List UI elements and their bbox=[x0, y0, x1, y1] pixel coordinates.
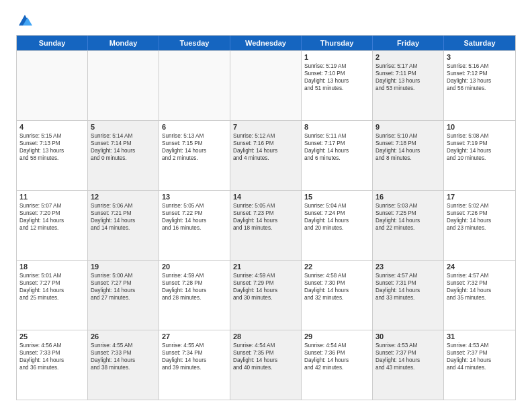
cal-row-0: 1Sunrise: 5:19 AMSunset: 7:10 PMDaylight… bbox=[17, 50, 515, 120]
cell-info-line: Daylight: 13 hours bbox=[447, 77, 513, 85]
cell-info-line: Sunset: 7:37 PM bbox=[375, 349, 441, 357]
day-cell-27: 27Sunrise: 4:55 AMSunset: 7:34 PMDayligh… bbox=[159, 330, 230, 400]
cell-info-line: and 12 minutes. bbox=[19, 224, 85, 232]
cell-info-line: and 56 minutes. bbox=[447, 85, 513, 92]
cell-info-line: and 35 minutes. bbox=[447, 294, 513, 302]
header-day-thursday: Thursday bbox=[302, 36, 373, 50]
cell-info-line: and 39 minutes. bbox=[162, 364, 227, 371]
cal-row-2: 11Sunrise: 5:07 AMSunset: 7:20 PMDayligh… bbox=[17, 190, 515, 260]
cell-info-line: Sunset: 7:34 PM bbox=[162, 349, 227, 357]
day-number: 6 bbox=[162, 123, 227, 131]
day-cell-14: 14Sunrise: 5:05 AMSunset: 7:23 PMDayligh… bbox=[230, 191, 302, 260]
cell-info-line: Sunrise: 4:54 AM bbox=[233, 342, 298, 349]
day-number: 15 bbox=[304, 193, 369, 201]
day-cell-23: 23Sunrise: 4:57 AMSunset: 7:31 PMDayligh… bbox=[373, 261, 444, 330]
cell-info-line: Sunrise: 5:06 AM bbox=[91, 202, 156, 210]
day-number: 2 bbox=[375, 53, 441, 61]
cell-info-line: Sunset: 7:20 PM bbox=[19, 210, 85, 217]
cell-info-line: and 44 minutes. bbox=[447, 364, 513, 371]
day-number: 27 bbox=[162, 332, 227, 340]
cell-info-line: Sunrise: 4:56 AM bbox=[19, 342, 85, 349]
cell-info-line: Sunset: 7:36 PM bbox=[304, 349, 369, 357]
cell-info-line: and 30 minutes. bbox=[233, 294, 298, 302]
cell-info-line: and 53 minutes. bbox=[375, 85, 441, 92]
cell-info-line: and 14 minutes. bbox=[91, 224, 156, 232]
cell-info-line: Sunrise: 5:12 AM bbox=[233, 132, 298, 140]
day-cell-21: 21Sunrise: 4:59 AMSunset: 7:29 PMDayligh… bbox=[230, 261, 302, 330]
cell-info-line: Daylight: 13 hours bbox=[304, 77, 369, 85]
cell-info-line: Daylight: 13 hours bbox=[375, 77, 441, 85]
cell-info-line: Daylight: 14 hours bbox=[375, 357, 441, 364]
cell-info-line: Daylight: 14 hours bbox=[162, 287, 227, 294]
header-day-friday: Friday bbox=[373, 36, 444, 50]
day-cell-18: 18Sunrise: 5:01 AMSunset: 7:27 PMDayligh… bbox=[17, 261, 88, 330]
cell-info-line: and 16 minutes. bbox=[162, 224, 227, 232]
day-cell-24: 24Sunrise: 4:57 AMSunset: 7:32 PMDayligh… bbox=[444, 261, 515, 330]
empty-cell bbox=[159, 51, 230, 120]
day-cell-30: 30Sunrise: 4:53 AMSunset: 7:37 PMDayligh… bbox=[373, 330, 444, 400]
cell-info-line: Sunset: 7:32 PM bbox=[447, 279, 513, 287]
day-cell-16: 16Sunrise: 5:03 AMSunset: 7:25 PMDayligh… bbox=[373, 191, 444, 260]
cell-info-line: Daylight: 14 hours bbox=[19, 217, 85, 224]
cell-info-line: Sunset: 7:17 PM bbox=[304, 140, 369, 147]
day-cell-31: 31Sunrise: 4:53 AMSunset: 7:37 PMDayligh… bbox=[444, 330, 515, 400]
cell-info-line: and 36 minutes. bbox=[19, 364, 85, 371]
logo-icon bbox=[17, 13, 32, 28]
cell-info-line: and 40 minutes. bbox=[233, 364, 298, 371]
cell-info-line: and 2 minutes. bbox=[162, 154, 227, 162]
cell-info-line: Daylight: 14 hours bbox=[447, 217, 513, 224]
cell-info-line: Daylight: 13 hours bbox=[19, 147, 85, 154]
cal-row-1: 4Sunrise: 5:15 AMSunset: 7:13 PMDaylight… bbox=[17, 120, 515, 190]
cell-info-line: Sunrise: 5:07 AM bbox=[19, 202, 85, 210]
cell-info-line: Sunset: 7:29 PM bbox=[233, 279, 298, 287]
day-number: 12 bbox=[91, 193, 156, 201]
cell-info-line: Sunset: 7:25 PM bbox=[375, 210, 441, 217]
day-number: 21 bbox=[233, 263, 298, 271]
cell-info-line: Sunrise: 5:08 AM bbox=[447, 132, 513, 140]
calendar-header: SundayMondayTuesdayWednesdayThursdayFrid… bbox=[17, 36, 515, 50]
cell-info-line: Sunrise: 4:58 AM bbox=[304, 272, 369, 279]
day-number: 10 bbox=[447, 123, 513, 131]
cell-info-line: Sunrise: 4:53 AM bbox=[375, 342, 441, 349]
cell-info-line: Sunrise: 5:04 AM bbox=[304, 202, 369, 210]
cell-info-line: Daylight: 14 hours bbox=[233, 357, 298, 364]
cell-info-line: Sunrise: 5:05 AM bbox=[162, 202, 227, 210]
cell-info-line: and 58 minutes. bbox=[19, 154, 85, 162]
cell-info-line: Sunset: 7:15 PM bbox=[162, 140, 227, 147]
cell-info-line: and 32 minutes. bbox=[304, 294, 369, 302]
cell-info-line: and 27 minutes. bbox=[91, 294, 156, 302]
cell-info-line: Daylight: 14 hours bbox=[375, 147, 441, 154]
cell-info-line: and 0 minutes. bbox=[91, 154, 156, 162]
cell-info-line: and 33 minutes. bbox=[375, 294, 441, 302]
day-cell-9: 9Sunrise: 5:10 AMSunset: 7:18 PMDaylight… bbox=[373, 121, 444, 190]
day-number: 23 bbox=[375, 263, 441, 271]
cell-info-line: Daylight: 14 hours bbox=[91, 147, 156, 154]
cell-info-line: Sunrise: 5:16 AM bbox=[447, 62, 513, 70]
cell-info-line: Sunset: 7:31 PM bbox=[375, 279, 441, 287]
day-cell-6: 6Sunrise: 5:13 AMSunset: 7:15 PMDaylight… bbox=[159, 121, 230, 190]
cell-info-line: Sunrise: 4:53 AM bbox=[447, 342, 513, 349]
day-cell-12: 12Sunrise: 5:06 AMSunset: 7:21 PMDayligh… bbox=[88, 191, 159, 260]
cell-info-line: Sunrise: 5:17 AM bbox=[375, 62, 441, 70]
cell-info-line: and 23 minutes. bbox=[447, 224, 513, 232]
cell-info-line: Sunrise: 5:10 AM bbox=[375, 132, 441, 140]
day-number: 31 bbox=[447, 332, 513, 340]
calendar-body: 1Sunrise: 5:19 AMSunset: 7:10 PMDaylight… bbox=[17, 50, 515, 400]
cell-info-line: Daylight: 14 hours bbox=[304, 217, 369, 224]
cell-info-line: and 22 minutes. bbox=[375, 224, 441, 232]
cell-info-line: Sunset: 7:24 PM bbox=[304, 210, 369, 217]
cell-info-line: Sunrise: 4:54 AM bbox=[304, 342, 369, 349]
cell-info-line: Sunrise: 5:03 AM bbox=[375, 202, 441, 210]
day-cell-4: 4Sunrise: 5:15 AMSunset: 7:13 PMDaylight… bbox=[17, 121, 88, 190]
empty-cell bbox=[88, 51, 159, 120]
cell-info-line: Daylight: 14 hours bbox=[91, 217, 156, 224]
day-number: 14 bbox=[233, 193, 298, 201]
header-day-sunday: Sunday bbox=[17, 36, 88, 50]
cell-info-line: Sunset: 7:12 PM bbox=[447, 70, 513, 77]
header-day-monday: Monday bbox=[88, 36, 159, 50]
day-cell-11: 11Sunrise: 5:07 AMSunset: 7:20 PMDayligh… bbox=[17, 191, 88, 260]
cell-info-line: Daylight: 14 hours bbox=[447, 357, 513, 364]
day-cell-26: 26Sunrise: 4:55 AMSunset: 7:33 PMDayligh… bbox=[88, 330, 159, 400]
cell-info-line: and 28 minutes. bbox=[162, 294, 227, 302]
day-number: 20 bbox=[162, 263, 227, 271]
